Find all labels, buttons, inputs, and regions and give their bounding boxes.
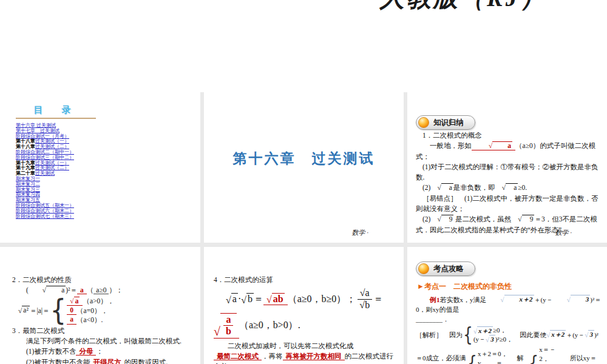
toc-item-chapter: 第十八章 bbox=[16, 138, 35, 144]
example-line: 例1若实数x，y满足√x＋2＋(y－√3)²＝0，则xy的值是 bbox=[416, 295, 602, 314]
toc-item-link[interactable]: 第十六章 过关测试 bbox=[16, 123, 56, 128]
knowledge-badge: 知识归纳 bbox=[416, 115, 475, 130]
condition: (y－√3)²≥0， bbox=[473, 335, 513, 344]
operations-formula: √ab（a≥0，b>0）. bbox=[214, 313, 396, 339]
toc-item-link[interactable]: 过关测试（二） bbox=[35, 144, 69, 149]
operations-line: 4．二次根式的运算 bbox=[214, 275, 396, 285]
knowledge-line: (2)√9 是二次根式，虽然√9＝3，但3不是二次根式．因此二次根式指的是某种式… bbox=[416, 214, 600, 235]
toc-item-link[interactable]: 阶段综合测试七（期末三） bbox=[16, 214, 74, 219]
badge-label: 知识归纳 bbox=[433, 118, 464, 128]
toc-item-link[interactable]: 期末复习二 bbox=[16, 181, 40, 187]
slide-panel-properties: 2．二次根式的性质 (√a)²＝a（a≥0）； √a²＝|a|＝ { √a（a>… bbox=[0, 247, 200, 364]
toc-item-link[interactable]: 阶段综合测试六（期末二） bbox=[16, 208, 74, 214]
analysis-text: ［解析］ 因为 bbox=[416, 330, 463, 340]
toc-title: 目 录 bbox=[16, 104, 93, 116]
toc-item[interactable]: 阶段综合测试七（期末三） bbox=[16, 214, 200, 220]
operations-line: 二次根式加减时，可以先将二次根式化成 bbox=[214, 341, 396, 351]
toc-item-link[interactable]: 阶段综合测试三（期中二） bbox=[16, 155, 74, 160]
operations-formula: √a · √b ＝ √ab（a≥0，b≥0）； √a√b ＝ bbox=[226, 288, 396, 311]
toc-item[interactable]: 期末复习一 bbox=[16, 177, 200, 182]
slide-panel-operations: 4．二次根式的运算 √a · √b ＝ √ab（a≥0，b≥0）； √a√b ＝… bbox=[204, 247, 404, 364]
knowledge-line: 1．二次根式的概念 bbox=[416, 130, 600, 141]
condition: √x＋2≥0， bbox=[473, 326, 513, 335]
slide-footer: 数学 · bbox=[352, 228, 369, 237]
operations-line: 最简二次根式，再将再将被开方数相同的二次根式进行 bbox=[214, 351, 396, 362]
toc-item[interactable]: 期末复习四 bbox=[16, 192, 200, 198]
piecewise-definition: √a²＝|a|＝ { √a（a>0）， 0（a=0）， a（a<0）. bbox=[18, 297, 192, 325]
knowledge-line: 一般地，形如√a（a≥0）的式子叫做二次根式； bbox=[416, 141, 600, 162]
piecewise-left: √a²＝|a|＝ bbox=[18, 306, 50, 315]
analysis-row: ＝0成立，必须满足 { x＋2＝0， y－√3＝0， 解得 { x＝－2， y＝… bbox=[416, 345, 602, 364]
operations-line: 合并. bbox=[214, 362, 396, 364]
toc-item[interactable]: 第二十章过关测试 bbox=[16, 171, 200, 177]
knowledge-line: (2)√a是非负数，即√a≥0. bbox=[416, 183, 600, 193]
knowledge-line: (1)对于二次根式的理解：①带有根号；②被开方数是非负数. bbox=[416, 162, 600, 183]
condition: y－√3＝0， bbox=[478, 359, 510, 364]
curly-brace: { bbox=[463, 325, 473, 344]
exam-points-badge: 考点攻略 bbox=[416, 261, 475, 276]
exam-point-heading: ►考点一 二次根式的非负性 bbox=[417, 281, 602, 292]
toc-list: 第十六章 过关测试 第十七章 过关测试 阶段综合测试一（月考） 第十八章过关测试… bbox=[16, 123, 200, 219]
slide-panel-chapter-cover: 第十六章 过关测试 数学 · bbox=[204, 92, 404, 243]
knowledge-line: ［易错点］ (1)二次根式中，被开方数一定是非负数，否则就没有意义； bbox=[416, 194, 600, 215]
slide-panel-toc: 目 录 第十六章 过关测试 第十七章 过关测试 阶段综合测试一（月考） 第十八章… bbox=[0, 92, 200, 243]
slide-panel-exam-points: 考点攻略 ►考点一 二次根式的非负性 例1若实数x，y满足√x＋2＋(y－√3)… bbox=[407, 247, 607, 364]
analysis-row: ［解析］ 因为 { √x＋2≥0， (y－√3)²≥0， 因此要使√x＋2＋(y… bbox=[416, 326, 602, 343]
analysis-text: 所以xy＝－2 bbox=[563, 353, 602, 364]
toc-item-link[interactable]: 过关测试（二） bbox=[35, 165, 69, 170]
toc-item-link[interactable]: 阶段综合测试一（月考） bbox=[16, 133, 69, 139]
toc-item-link[interactable]: 期末复习三 bbox=[16, 187, 40, 192]
toc-item-link[interactable]: 阶段综合测试五（期末一） bbox=[16, 203, 74, 208]
toc-item-link[interactable]: 期末复习四 bbox=[16, 192, 40, 197]
badge-label: 考点攻略 bbox=[433, 264, 464, 274]
properties-line: (2)被开方数中不含能开得尽方的因数或因式. bbox=[12, 357, 192, 364]
toc-item-link[interactable]: 第十七章 过关测试 bbox=[16, 128, 59, 133]
analysis-text: ＝0成立，必须满足 bbox=[416, 353, 467, 364]
slide-panel-knowledge: 知识归纳 1．二次根式的概念 一般地，形如√a（a≥0）的式子叫做二次根式； (… bbox=[407, 92, 607, 243]
curly-brace: { bbox=[529, 353, 538, 364]
analysis-text: 解得 bbox=[510, 353, 529, 364]
analysis-text: 因此要使√x＋2＋(y－√3)² bbox=[513, 330, 599, 340]
properties-line: 满足下列两个条件的二次根式，叫做最简二次根式. bbox=[12, 336, 192, 346]
orange-ball-icon bbox=[418, 117, 429, 128]
slides-grid: 目 录 第十六章 过关测试 第十七章 过关测试 阶段综合测试一（月考） 第十八章… bbox=[0, 92, 607, 364]
curly-brace: { bbox=[50, 296, 67, 325]
toc-item-link[interactable]: 期末复习一 bbox=[16, 176, 40, 181]
toc-item[interactable]: 期末复习三 bbox=[16, 187, 200, 193]
toc-underline bbox=[16, 118, 96, 119]
condition: x＝－2， bbox=[539, 345, 563, 363]
toc-item-chapter: 第十八章 bbox=[16, 144, 35, 149]
toc-item-link[interactable]: 过关测试 bbox=[35, 170, 55, 176]
toc-item-link[interactable]: 过关测试（一） bbox=[35, 160, 69, 166]
condition: x＋2＝0， bbox=[478, 349, 510, 359]
edition-banner: 人教版（RJ） bbox=[380, 0, 547, 15]
properties-line: 2．二次根式的性质 bbox=[12, 275, 192, 285]
chapter-title: 第十六章 过关测试 bbox=[204, 149, 404, 168]
piecewise-case: √a（a>0）， bbox=[67, 297, 114, 306]
curly-brace: { bbox=[467, 353, 477, 364]
slide-footer: 数学 · bbox=[555, 228, 572, 237]
properties-line: 3．最简二次根式 bbox=[12, 326, 192, 336]
orange-ball-icon bbox=[418, 263, 429, 274]
answer-blank: ________． bbox=[416, 314, 602, 324]
toc-item-chapter: 第十九章 bbox=[16, 165, 35, 170]
properties-line: (1)被开方数不含分母； bbox=[12, 346, 192, 357]
properties-line: (√a)²＝a（a≥0）； bbox=[12, 285, 192, 295]
toc-item-link[interactable]: 过关测试（一） bbox=[35, 138, 69, 144]
toc-item-chapter: 第十九章 bbox=[16, 160, 35, 166]
toc-item-chapter: 第二十章 bbox=[16, 170, 35, 176]
toc-item[interactable]: 期末复习二 bbox=[16, 182, 200, 187]
toc-item-link[interactable]: 阶段综合测试二（期中一） bbox=[16, 149, 74, 155]
toc-item-link[interactable]: 期末复习五 bbox=[16, 197, 40, 203]
piecewise-case: 0（a=0）， bbox=[67, 306, 114, 315]
piecewise-case: a（a<0）. bbox=[67, 315, 114, 325]
